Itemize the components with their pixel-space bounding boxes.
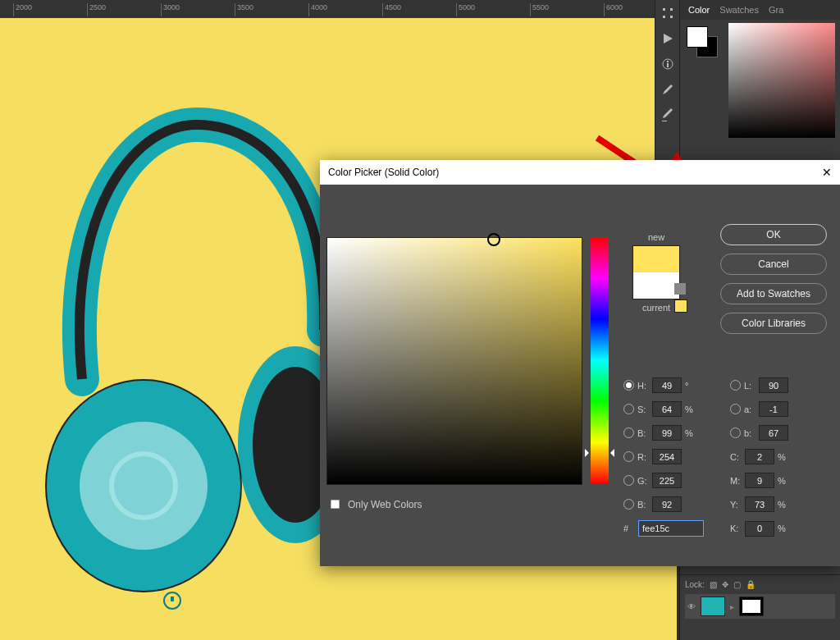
l-input[interactable]: [759, 377, 788, 393]
blue-radio[interactable]: [623, 499, 634, 510]
layer-mask-thumbnail[interactable]: [739, 597, 764, 616]
ruler-tick: 4500: [382, 3, 401, 16]
s-radio[interactable]: [623, 404, 634, 414]
layer-thumbnail[interactable]: [701, 597, 725, 616]
svg-point-6: [114, 456, 173, 515]
lab-b-label: b:: [744, 428, 756, 438]
ruler-tick: 4000: [308, 3, 327, 16]
g-radio[interactable]: [623, 475, 634, 486]
a-radio[interactable]: [730, 404, 741, 414]
ruler-tick: 6000: [604, 3, 623, 16]
lock-pixels-icon[interactable]: ▧: [710, 580, 717, 589]
hash-label: #: [623, 523, 635, 533]
tab-gradients[interactable]: Gra: [769, 5, 783, 15]
c-label: C:: [730, 452, 742, 462]
brightness-input[interactable]: [652, 425, 682, 441]
hue-slider-handle[interactable]: [585, 449, 593, 457]
arrows-icon[interactable]: [661, 7, 674, 22]
headphones-image: [33, 92, 336, 617]
dialog-title: Color Picker (Solid Color): [328, 167, 439, 178]
dialog-titlebar[interactable]: Color Picker (Solid Color) ✕: [320, 160, 840, 185]
color-spectrum[interactable]: [728, 23, 835, 138]
hue-slider-handle[interactable]: [606, 449, 614, 457]
brush-icon[interactable]: [661, 83, 674, 98]
ruler-tick: 5500: [530, 3, 549, 16]
r-radio[interactable]: [623, 451, 634, 462]
tab-color[interactable]: Color: [688, 5, 710, 15]
lock-position-icon[interactable]: ✥: [722, 580, 728, 589]
collapsed-panel-dock: [655, 0, 680, 171]
link-icon: ▸: [730, 602, 734, 611]
gamut-warnings: [674, 283, 687, 313]
layers-panel: Lock: ▧ ✥ ▢ 🔒 👁 ▸: [680, 574, 840, 640]
a-input[interactable]: [759, 401, 788, 417]
cancel-button[interactable]: Cancel: [720, 254, 827, 275]
ok-button[interactable]: OK: [720, 224, 827, 245]
new-color-swatch[interactable]: [633, 246, 679, 272]
foreground-color-swatch[interactable]: [687, 26, 708, 48]
m-input[interactable]: [745, 473, 774, 488]
foreground-background-swatch[interactable]: [687, 26, 716, 56]
svg-rect-10: [667, 63, 669, 67]
c-input[interactable]: [745, 449, 774, 464]
pct-unit: %: [778, 523, 788, 533]
pct-unit: %: [778, 476, 788, 486]
g-input[interactable]: [652, 473, 682, 488]
saturation-brightness-field[interactable]: [326, 237, 582, 485]
color-field-marker[interactable]: [487, 233, 500, 246]
lock-artboard-icon[interactable]: ▢: [733, 580, 741, 589]
k-label: K:: [730, 523, 742, 533]
y-input[interactable]: [745, 496, 774, 512]
lock-all-icon[interactable]: 🔒: [746, 580, 756, 589]
lock-label: Lock:: [685, 580, 705, 589]
r-label: R:: [637, 452, 649, 462]
lab-b-input[interactable]: [759, 425, 788, 441]
r-input[interactable]: [652, 449, 682, 464]
info-icon[interactable]: [661, 57, 674, 73]
k-input[interactable]: [745, 521, 774, 537]
current-color-swatch[interactable]: [633, 272, 679, 299]
blue-input[interactable]: [652, 496, 682, 512]
ruler-tick: 5000: [456, 3, 475, 16]
add-to-swatches-button[interactable]: Add to Swatches: [720, 283, 827, 304]
close-icon[interactable]: ✕: [822, 166, 832, 179]
hue-radio[interactable]: [623, 380, 634, 391]
pct-unit: %: [685, 428, 695, 438]
hue-input[interactable]: [652, 377, 682, 393]
websafe-swatch[interactable]: [674, 299, 687, 313]
bv-radio[interactable]: [623, 427, 634, 438]
h-label: H:: [637, 381, 649, 391]
degree-unit: °: [685, 381, 695, 391]
color-picker-dialog: Color Picker (Solid Color) ✕ new current…: [320, 160, 840, 566]
pct-unit: %: [685, 405, 695, 414]
b-brightness-label: B:: [637, 428, 649, 438]
hex-input[interactable]: [638, 520, 704, 537]
color-libraries-button[interactable]: Color Libraries: [720, 313, 827, 334]
only-web-colors-checkbox[interactable]: Only Web Colors: [326, 496, 422, 512]
svg-rect-11: [667, 61, 669, 62]
l-label: L:: [744, 381, 756, 391]
s-label: S:: [637, 405, 649, 414]
play-icon[interactable]: [661, 32, 674, 48]
only-web-colors-input[interactable]: [331, 500, 340, 510]
y-label: Y:: [730, 500, 742, 510]
m-label: M:: [730, 476, 742, 486]
brush-settings-icon[interactable]: [661, 108, 674, 124]
svg-rect-8: [171, 597, 174, 601]
ruler-tick: 2000: [13, 3, 32, 16]
l-radio[interactable]: [730, 380, 741, 391]
a-label: a:: [744, 405, 756, 414]
layer-row[interactable]: 👁 ▸: [685, 594, 835, 619]
s-input[interactable]: [652, 401, 682, 417]
blue-label: B:: [637, 500, 649, 510]
only-web-colors-label: Only Web Colors: [348, 499, 422, 510]
hue-slider[interactable]: [591, 237, 609, 483]
pct-unit: %: [778, 500, 788, 510]
panel-tabs: Color Swatches Gra: [680, 0, 840, 20]
websafe-warning-icon[interactable]: [674, 283, 686, 295]
ruler-tick: 3500: [235, 3, 253, 16]
lab-b-radio[interactable]: [730, 427, 741, 438]
tab-swatches[interactable]: Swatches: [719, 5, 759, 15]
ruler-tick: 2500: [87, 3, 106, 16]
visibility-eye-icon[interactable]: 👁: [687, 602, 696, 611]
